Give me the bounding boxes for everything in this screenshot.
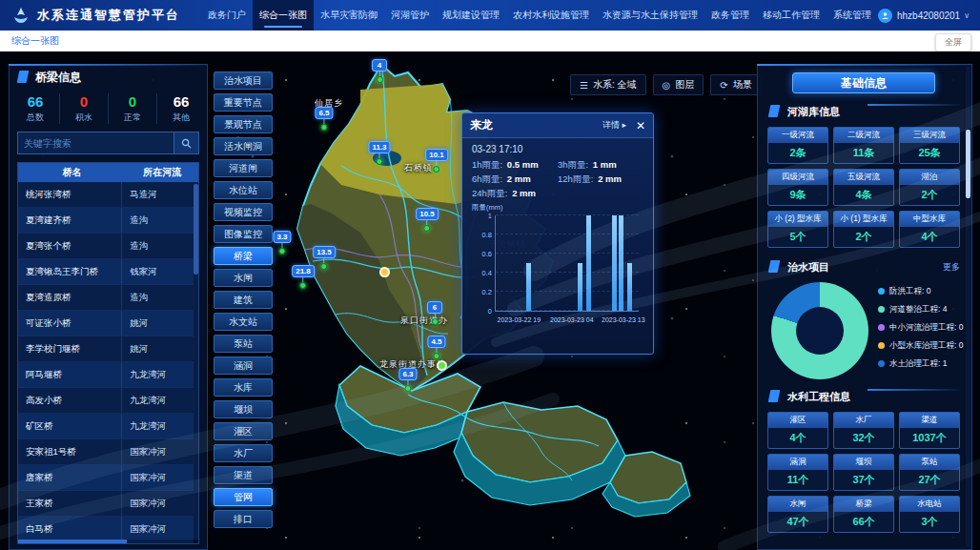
layer-menu-item[interactable]: 视频监控 bbox=[214, 203, 273, 221]
table-row[interactable]: 王家桥 国家冲河 bbox=[18, 491, 194, 517]
layer-menu-item[interactable]: 治水项目 bbox=[214, 71, 273, 90]
layer-menu-item[interactable]: 图像监控 bbox=[214, 225, 273, 243]
marker-value-tag[interactable]: 11.3 bbox=[368, 141, 390, 153]
info-cell[interactable]: 灌区 4个 bbox=[767, 412, 828, 449]
table-row[interactable]: 李学校门堰桥 姚河 bbox=[18, 336, 194, 362]
info-cell[interactable]: 涵洞 11个 bbox=[767, 454, 828, 491]
nav-item[interactable]: 综合一张图 bbox=[253, 0, 314, 31]
map-control-button[interactable]: ⟳ 场景 bbox=[710, 74, 761, 95]
search-button[interactable] bbox=[174, 132, 198, 153]
marker-value-tag[interactable]: 21.8 bbox=[292, 265, 315, 277]
layer-menu-item[interactable]: 灌区 bbox=[214, 422, 273, 440]
table-row[interactable]: 夏湾张个桥 造沟 bbox=[18, 234, 194, 259]
marker-value-tag[interactable]: 6.3 bbox=[398, 368, 417, 380]
breadcrumb[interactable]: 综合一张图 bbox=[0, 31, 980, 51]
layer-menu-item[interactable]: 景观节点 bbox=[214, 115, 273, 133]
table-row[interactable]: 唐家桥 国家冲河 bbox=[18, 465, 194, 491]
table-row[interactable]: 白马桥 国家冲河 bbox=[18, 517, 194, 540]
nav-item[interactable]: 移动工作管理 bbox=[756, 0, 827, 31]
layer-menu-item[interactable]: 排口 bbox=[214, 510, 273, 528]
nav-item[interactable]: 政务门户 bbox=[201, 0, 253, 31]
table-row[interactable]: 夏湾建齐桥 造沟 bbox=[18, 208, 194, 234]
layer-menu-item[interactable]: 管网 bbox=[214, 488, 273, 506]
user-menu[interactable]: hhzb42080201 ∨ bbox=[878, 9, 980, 23]
poi-badge-icon[interactable] bbox=[437, 360, 447, 371]
table-row[interactable]: 可证张小桥 姚河 bbox=[18, 311, 194, 336]
marker-value-tag[interactable]: 6 bbox=[427, 301, 442, 314]
map-marker[interactable]: 10.5 bbox=[416, 208, 439, 232]
layer-menu-item[interactable]: 桥梁 bbox=[214, 247, 273, 265]
nav-item[interactable]: 河湖管护 bbox=[384, 0, 436, 31]
info-cell[interactable]: 桥梁 66个 bbox=[833, 496, 894, 533]
layer-menu-item[interactable]: 活水闸洞 bbox=[214, 137, 273, 155]
nav-item[interactable]: 政务管理 bbox=[704, 0, 756, 31]
info-cell[interactable]: 泵站 27个 bbox=[899, 454, 960, 491]
horizontal-scrollbar[interactable] bbox=[18, 540, 194, 543]
nav-item[interactable]: 系统管理 bbox=[827, 0, 878, 31]
more-link[interactable]: 更多 bbox=[943, 261, 960, 274]
info-cell[interactable]: 堰坝 37个 bbox=[833, 454, 894, 491]
map-marker[interactable]: 21.8 bbox=[292, 265, 315, 289]
info-cell[interactable]: 湖泊 2个 bbox=[899, 169, 960, 206]
marker-value-tag[interactable]: 4 bbox=[372, 59, 387, 71]
scrollbar-thumb[interactable] bbox=[966, 130, 970, 198]
layer-menu-item[interactable]: 水位站 bbox=[214, 181, 273, 199]
map-marker[interactable]: 10.1 bbox=[425, 149, 448, 173]
poi-badge-icon[interactable] bbox=[379, 267, 390, 277]
scrollbar-thumb[interactable] bbox=[194, 184, 198, 275]
detail-link[interactable]: 详情 ▸ bbox=[602, 119, 626, 132]
table-row[interactable]: 安家祖1号桥 国家冲河 bbox=[18, 439, 194, 465]
info-cell[interactable]: 五级河流 4条 bbox=[833, 169, 894, 206]
search-input[interactable] bbox=[18, 132, 174, 153]
layer-menu-item[interactable]: 水厂 bbox=[214, 444, 273, 462]
layer-menu-item[interactable]: 水文站 bbox=[214, 313, 273, 331]
layer-menu-item[interactable]: 重要节点 bbox=[214, 93, 273, 112]
vertical-scrollbar[interactable] bbox=[194, 182, 198, 540]
table-row[interactable]: 夏湾锹岛王李门桥 钱家河 bbox=[18, 259, 194, 285]
info-cell[interactable]: 一级河流 2条 bbox=[767, 127, 828, 164]
nav-item[interactable]: 规划建设管理 bbox=[436, 0, 506, 31]
nav-item[interactable]: 水旱灾害防御 bbox=[314, 0, 384, 31]
table-row[interactable]: 夏湾造原桥 造沟 bbox=[18, 285, 194, 311]
panel-scrollbar[interactable] bbox=[966, 67, 970, 547]
layer-menu-item[interactable]: 涵洞 bbox=[214, 356, 273, 375]
map-control-button[interactable]: ◎ 图层 bbox=[653, 74, 704, 95]
marker-value-tag[interactable]: 10.5 bbox=[416, 208, 439, 220]
table-row[interactable]: 桃河张湾桥 马造河 bbox=[18, 182, 194, 208]
marker-value-tag[interactable]: 3.3 bbox=[273, 231, 291, 243]
table-row[interactable]: 矿区桥 九龙湾河 bbox=[18, 414, 194, 439]
fullscreen-button[interactable]: 全屏 bbox=[935, 33, 971, 51]
layer-menu-item[interactable]: 建筑 bbox=[214, 291, 273, 309]
nav-item[interactable]: 水资源与水土保持管理 bbox=[596, 0, 704, 31]
layer-menu-item[interactable]: 水库 bbox=[214, 378, 273, 397]
layer-menu-item[interactable]: 泵站 bbox=[214, 335, 273, 353]
map-marker[interactable]: 6 bbox=[427, 301, 442, 325]
scrollbar-thumb[interactable] bbox=[18, 540, 127, 543]
basic-info-button[interactable]: 基础信息 bbox=[792, 72, 935, 93]
info-cell[interactable]: 水厂 32个 bbox=[833, 412, 894, 449]
layer-menu-item[interactable]: 堰坝 bbox=[214, 400, 273, 418]
info-cell[interactable]: 水闸 47个 bbox=[767, 496, 828, 533]
map-marker[interactable]: 13.5 bbox=[313, 246, 336, 270]
info-cell[interactable]: 二级河流 11条 bbox=[833, 127, 894, 164]
map-marker[interactable]: 4 bbox=[372, 59, 387, 83]
info-cell[interactable]: 水电站 3个 bbox=[899, 496, 960, 533]
map-marker[interactable]: 6.5 bbox=[315, 107, 333, 131]
table-row[interactable]: 高发小桥 九龙湾河 bbox=[18, 388, 194, 414]
map-marker[interactable]: 11.3 bbox=[368, 141, 390, 165]
close-icon[interactable]: ✕ bbox=[636, 120, 645, 132]
nav-item[interactable]: 农村水利设施管理 bbox=[506, 0, 596, 31]
marker-value-tag[interactable]: 6.5 bbox=[315, 107, 333, 119]
info-cell[interactable]: 小 (2) 型水库 5个 bbox=[767, 211, 828, 248]
map-marker[interactable]: 4.5 bbox=[427, 336, 445, 359]
marker-value-tag[interactable]: 4.5 bbox=[427, 336, 445, 348]
map-control-button[interactable]: ☰ 水系: 全域 bbox=[570, 74, 646, 95]
info-cell[interactable]: 四级河流 9条 bbox=[767, 169, 828, 206]
info-cell[interactable]: 渠道 1037个 bbox=[899, 412, 960, 449]
map-marker[interactable]: 3.3 bbox=[273, 231, 291, 255]
layer-menu-item[interactable]: 河道闸 bbox=[214, 159, 273, 177]
layer-menu-item[interactable]: 水闸 bbox=[214, 269, 273, 287]
marker-value-tag[interactable]: 10.1 bbox=[425, 149, 448, 161]
info-cell[interactable]: 小 (1) 型水库 2个 bbox=[833, 211, 894, 248]
map-marker[interactable]: 6.3 bbox=[398, 368, 417, 392]
